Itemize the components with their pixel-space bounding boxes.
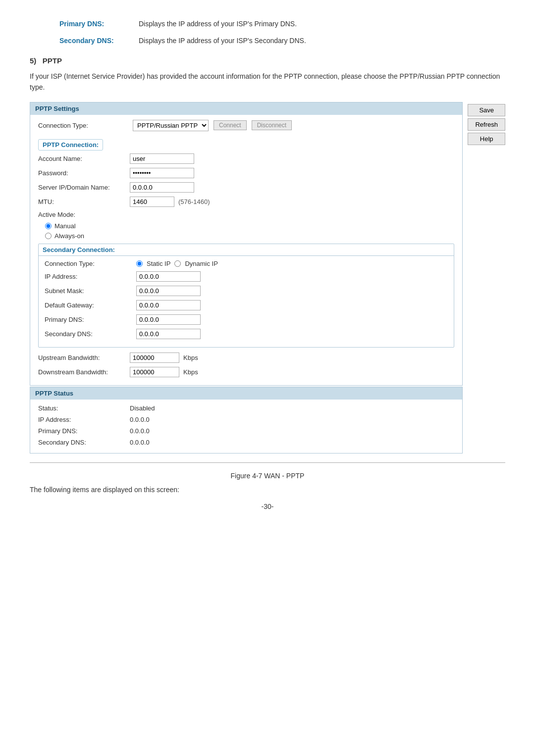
sec-secondary-dns-label: Secondary DNS: [45,330,136,338]
secondary-dns-label: Secondary DNS: [59,37,139,45]
status-value: Disabled [130,404,155,412]
connection-type-select[interactable]: PPTP/Russian PPTP [133,120,209,131]
disconnect-button[interactable]: Disconnect [252,120,292,130]
connection-type-row: Connection Type: PPTP/Russian PPTP Conne… [38,120,454,131]
default-gateway-row: Default Gateway: [45,300,448,310]
pptp-heading: 5) PPTP [30,56,505,65]
server-ip-input[interactable] [130,182,194,193]
sec-ip-address-row: IP Address: [45,271,448,282]
default-gateway-input[interactable] [136,300,201,310]
subnet-mask-row: Subnet Mask: [45,286,448,296]
account-name-label: Account Name: [38,155,130,162]
password-input[interactable] [130,168,194,178]
active-mode-label: Active Mode: [38,211,130,218]
sidebar-buttons: Save Refresh Help [468,104,505,145]
dynamic-ip-radio[interactable] [174,260,181,267]
page-number: -30- [30,503,505,510]
help-button[interactable]: Help [468,133,505,145]
status-primary-dns-row: Primary DNS: 0.0.0.0 [38,427,454,435]
pptp-status-box: PPTP Status Status: Disabled IP Address:… [30,387,463,454]
sec-conn-type-label: Connection Type: [45,260,136,267]
active-mode-row: Active Mode: [38,211,454,218]
refresh-button[interactable]: Refresh [468,118,505,131]
server-ip-label: Server IP/Domain Name: [38,184,130,191]
static-ip-label: Static IP [147,260,170,267]
password-label: Password: [38,169,130,177]
status-primary-dns-value: 0.0.0.0 [130,427,150,435]
manual-radio[interactable] [45,223,52,229]
sec-ip-address-label: IP Address: [45,273,136,280]
dns-section: Primary DNS: Displays the IP address of … [30,20,505,45]
sec-secondary-dns-input[interactable] [136,329,201,339]
pptp-settings-box: PPTP Settings Connection Type: PPTP/Russ… [30,102,463,386]
status-ip-label: IP Address: [38,416,130,423]
primary-dns-label: Primary DNS: [59,20,139,28]
pptp-status-header: PPTP Status [30,387,462,400]
subnet-mask-label: Subnet Mask: [45,287,136,295]
sec-ip-address-input[interactable] [136,271,201,282]
sec-primary-dns-label: Primary DNS: [45,316,136,323]
downstream-row: Downstream Bandwidth: Kbps [38,367,454,377]
status-row: Status: Disabled [38,404,454,412]
manual-radio-row: Manual [38,222,454,230]
status-ip-value: 0.0.0.0 [130,416,150,423]
manual-label: Manual [54,222,76,230]
default-gateway-label: Default Gateway: [45,302,136,309]
pptp-status-body: Status: Disabled IP Address: 0.0.0.0 Pri… [30,400,462,453]
secondary-dns-description: Displays the IP address of your ISP's Se… [139,37,306,45]
pptp-intro: If your ISP (Internet Service Provider) … [30,71,505,93]
static-ip-radio[interactable] [136,260,143,267]
bottom-rule [30,462,505,463]
pptp-connection-section: PPTP Connection: Account Name: Password:… [38,135,454,240]
connect-button[interactable]: Connect [214,120,247,130]
secondary-dns-row: Secondary DNS: Displays the IP address o… [30,37,505,45]
status-secondary-dns-label: Secondary DNS: [38,439,130,446]
status-primary-dns-label: Primary DNS: [38,427,130,435]
connection-type-label: Connection Type: [38,122,130,129]
mtu-label: MTU: [38,198,130,205]
main-layout: PPTP Settings Connection Type: PPTP/Russ… [30,102,505,454]
downstream-label: Downstream Bandwidth: [38,368,130,376]
pptp-settings-header: PPTP Settings [30,102,462,115]
status-label: Status: [38,404,130,412]
settings-container: PPTP Settings Connection Type: PPTP/Russ… [30,102,463,454]
mtu-input[interactable] [130,197,174,207]
subnet-mask-input[interactable] [136,286,201,296]
downstream-unit: Kbps [183,368,198,376]
upstream-label: Upstream Bandwidth: [38,354,130,361]
always-on-label: Always-on [54,232,84,240]
following-text: The following items are displayed on thi… [30,486,505,494]
secondary-connection-box: Secondary Connection: Connection Type: S… [38,244,454,348]
always-on-radio[interactable] [45,233,52,239]
status-ip-row: IP Address: 0.0.0.0 [38,416,454,423]
mtu-range: (576-1460) [178,198,210,205]
secondary-connection-body: Connection Type: Static IP Dynamic IP IP… [39,256,454,347]
primary-dns-description: Displays the IP address of your ISP's Pr… [139,20,297,28]
secondary-connection-header: Secondary Connection: [39,244,454,256]
password-row: Password: [38,168,454,178]
save-button[interactable]: Save [468,104,505,116]
mtu-row: MTU: (576-1460) [38,197,454,207]
figure-caption: Figure 4-7 WAN - PPTP [30,472,505,480]
sec-primary-dns-row: Primary DNS: [45,314,448,325]
pptp-connection-label: PPTP Connection: [38,139,103,151]
status-secondary-dns-row: Secondary DNS: 0.0.0.0 [38,439,454,446]
primary-dns-row: Primary DNS: Displays the IP address of … [30,20,505,28]
sec-conn-type-row: Connection Type: Static IP Dynamic IP [45,260,448,267]
server-ip-row: Server IP/Domain Name: [38,182,454,193]
upstream-unit: Kbps [183,354,198,361]
pptp-settings-body: Connection Type: PPTP/Russian PPTP Conne… [30,115,462,385]
sec-primary-dns-input[interactable] [136,314,201,325]
upstream-input[interactable] [130,353,179,363]
status-secondary-dns-value: 0.0.0.0 [130,439,150,446]
account-name-row: Account Name: [38,153,454,164]
sec-secondary-dns-row: Secondary DNS: [45,329,448,339]
downstream-input[interactable] [130,367,179,377]
always-on-radio-row: Always-on [38,232,454,240]
upstream-row: Upstream Bandwidth: Kbps [38,353,454,363]
sec-conn-type-options: Static IP Dynamic IP [136,260,218,267]
account-name-input[interactable] [130,153,194,164]
dynamic-ip-label: Dynamic IP [185,260,217,267]
